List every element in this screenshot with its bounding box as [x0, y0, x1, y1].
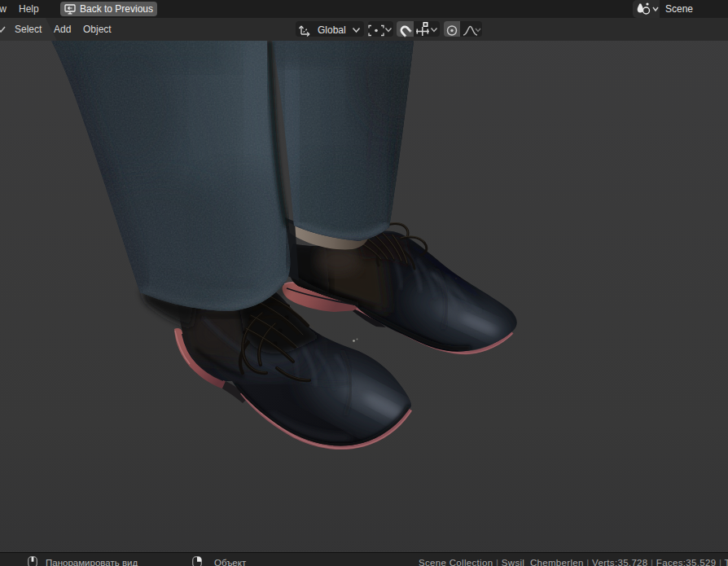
svg-text:Global: Global	[318, 24, 346, 36]
